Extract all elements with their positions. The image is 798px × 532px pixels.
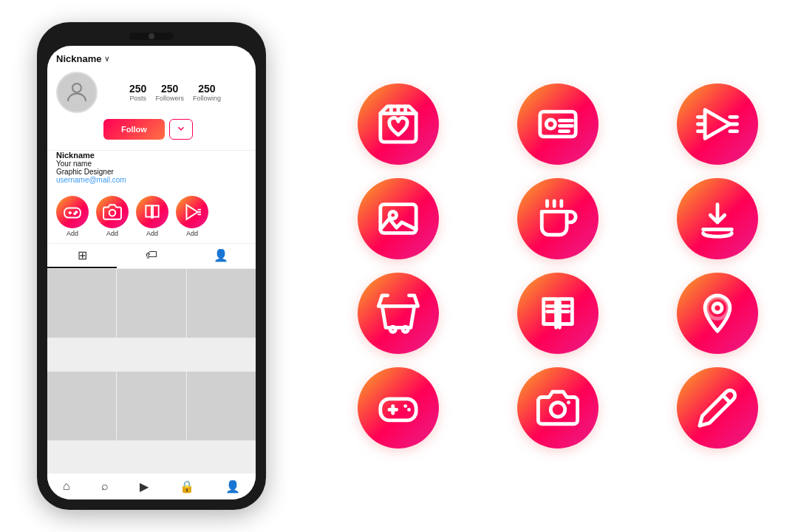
icon-coffee[interactable] [517,178,598,259]
story-label-4: Add [186,230,198,237]
stats-row: 250 Posts 250 Followers 250 Following [103,83,247,102]
svg-point-43 [550,403,565,417]
grid-cell-2[interactable] [117,269,185,338]
phone-body: Nickname ∨ 250 [37,22,266,510]
svg-line-45 [723,395,730,403]
svg-point-41 [403,404,407,408]
svg-point-37 [707,297,729,318]
icon-playlist[interactable] [677,83,758,165]
story-book[interactable]: Add [136,196,168,237]
bio-realname: Your name [56,160,247,168]
story-label-3: Add [146,230,158,237]
icon-download[interactable] [677,178,758,259]
phone-mockup: Nickname ∨ 250 [7,22,296,510]
icon-open-book[interactable] [517,273,598,354]
grid-cell-3[interactable] [187,269,256,338]
phone-screen: Nickname ∨ 250 [47,46,256,499]
tab-grid[interactable]: ⊞ [47,244,117,268]
stat-posts: 250 Posts [129,83,146,102]
stories-row: Add Add Add [47,190,256,244]
bio-name: Nickname [56,151,247,160]
following-count: 250 [198,83,215,95]
nav-home-icon[interactable]: ⌂ [63,480,70,494]
svg-marker-5 [186,205,197,219]
followers-label: Followers [155,95,184,102]
svg-point-13 [546,120,555,129]
photo-grid [47,269,256,473]
bio-title: Graphic Designer [56,168,247,176]
tab-profile[interactable]: 👤 [186,244,256,268]
nav-video-icon[interactable]: ▶ [140,480,149,494]
chevron-down-icon: ∨ [104,55,109,63]
svg-point-42 [407,408,411,412]
svg-point-36 [713,304,722,313]
profile-nickname: Nickname [56,53,101,64]
followers-count: 250 [161,83,178,95]
icon-circles-grid [325,76,791,456]
stat-followers: 250 Followers [155,83,184,102]
story-label-2: Add [106,230,118,237]
icon-pen[interactable] [677,367,758,449]
svg-marker-17 [705,110,730,139]
nav-search-icon[interactable]: ⌕ [101,480,109,494]
icon-gamepad[interactable] [358,367,439,449]
icon-image[interactable] [358,178,439,259]
grid-cell-4[interactable] [47,372,116,440]
icon-location[interactable] [677,273,758,354]
svg-point-3 [74,213,75,214]
bio-email[interactable]: username@mail.com [56,176,247,184]
nickname-bar: Nickname ∨ [56,53,109,64]
phone-notch [129,33,174,40]
icon-cart[interactable] [358,273,439,354]
grid-cell-6[interactable] [187,372,256,440]
svg-point-0 [72,83,81,92]
svg-point-4 [109,210,116,216]
nav-lock-icon[interactable]: 🔒 [180,480,194,494]
bio-section: Nickname Your name Graphic Designer user… [47,151,256,190]
svg-point-44 [567,400,570,404]
tab-tagged[interactable]: 🏷 [117,244,186,268]
icon-id-card[interactable] [517,83,598,165]
profile-header: Nickname ∨ 250 [47,46,256,151]
tab-bar: ⊞ 🏷 👤 [47,244,256,269]
follow-button[interactable]: Follow [103,119,165,140]
story-camera[interactable]: Add [96,196,129,237]
nav-profile-icon[interactable]: 👤 [225,480,240,494]
icon-heart-clapper[interactable] [358,83,439,165]
following-label: Following [193,95,221,102]
story-label-1: Add [66,230,78,237]
stat-following: 250 Following [193,83,221,102]
bottom-nav: ⌂ ⌕ ▶ 🔒 👤 [47,473,256,499]
posts-count: 250 [129,83,146,95]
more-button[interactable] [169,119,193,140]
grid-cell-1[interactable] [47,269,116,338]
story-playlist[interactable]: Add [176,196,208,237]
icon-camera[interactable] [517,367,598,449]
posts-label: Posts [129,95,146,102]
camera-dot [149,33,154,39]
story-gamepad[interactable]: Add [56,196,89,237]
grid-cell-5[interactable] [117,372,185,440]
svg-rect-1 [64,208,81,218]
avatar [56,72,98,113]
